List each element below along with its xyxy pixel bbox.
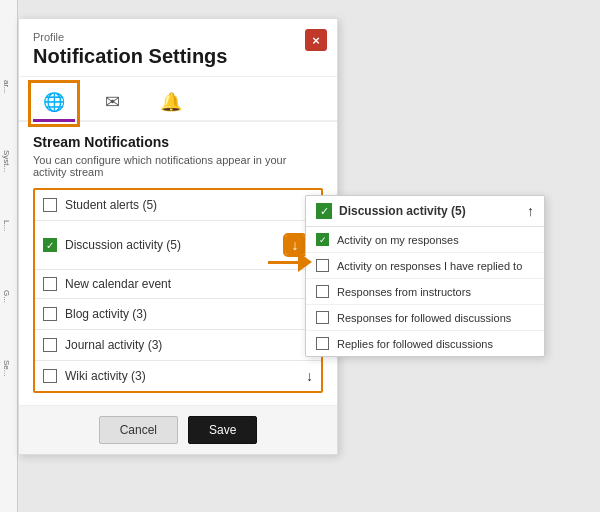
notif-item-student-alerts[interactable]: Student alerts (5) ↓: [35, 190, 321, 221]
collapse-icon[interactable]: ↑: [527, 203, 534, 219]
sub-label-responses-instructors: Responses from instructors: [337, 286, 471, 298]
sub-item-responses-instructors[interactable]: Responses from instructors: [306, 279, 544, 305]
arrow-connector: [268, 252, 312, 272]
notif-item-blog[interactable]: Blog activity (3) ↓: [35, 299, 321, 330]
tab-bar: 🌐 ✉ 🔔: [19, 77, 337, 122]
sub-checkbox-responses-instructors[interactable]: [316, 285, 329, 298]
notification-list: Student alerts (5) ↓ Discussion activity…: [33, 188, 323, 393]
sub-label-responses-followed: Responses for followed discussions: [337, 312, 511, 324]
notification-settings-modal: Profile Notification Settings × 🌐 ✉ 🔔 St…: [18, 18, 338, 455]
sub-item-responses-followed[interactable]: Responses for followed discussions: [306, 305, 544, 331]
notif-label-wiki: Wiki activity (3): [65, 369, 306, 383]
sub-label-activity-replied: Activity on responses I have replied to: [337, 260, 522, 272]
left-sidebar: ar... Syst... L... G... Se...: [0, 0, 18, 512]
sidebar-label-ar: ar...: [2, 80, 11, 93]
cancel-button[interactable]: Cancel: [99, 416, 178, 444]
notif-label-calendar: New calendar event: [65, 277, 313, 291]
modal-title: Notification Settings: [33, 45, 323, 68]
sub-panel-title: Discussion activity (5): [339, 204, 527, 218]
sub-label-activity-my-responses: Activity on my responses: [337, 234, 459, 246]
notif-label-student-alerts: Student alerts (5): [65, 198, 306, 212]
sub-label-replies-followed: Replies for followed discussions: [337, 338, 493, 350]
tab-globe[interactable]: 🌐: [33, 85, 75, 122]
globe-icon: 🌐: [43, 92, 65, 112]
sub-panel-main-checkbox[interactable]: [316, 203, 332, 219]
notif-label-journal: Journal activity (3): [65, 338, 306, 352]
notif-label-discussion-activity: Discussion activity (5): [65, 238, 273, 252]
modal-header: Profile Notification Settings ×: [19, 19, 337, 77]
notif-item-wiki[interactable]: Wiki activity (3) ↓: [35, 361, 321, 391]
sidebar-label-syst: Syst...: [2, 150, 11, 172]
modal-footer: Cancel Save: [19, 405, 337, 454]
notif-label-blog: Blog activity (3): [65, 307, 306, 321]
page-wrapper: ar... Syst... L... G... Se... Profile No…: [0, 0, 600, 512]
sub-checkbox-activity-replied[interactable]: [316, 259, 329, 272]
sub-panel-header: Discussion activity (5) ↑: [306, 196, 544, 227]
notif-checkbox-wiki[interactable]: [43, 369, 57, 383]
arrow-head: [298, 252, 312, 272]
sidebar-label-se: Se...: [2, 360, 11, 376]
save-button[interactable]: Save: [188, 416, 257, 444]
sub-checkbox-replies-followed[interactable]: [316, 337, 329, 350]
sub-checkbox-responses-followed[interactable]: [316, 311, 329, 324]
notif-checkbox-blog[interactable]: [43, 307, 57, 321]
stream-section-title: Stream Notifications: [33, 134, 323, 150]
bell-icon: 🔔: [160, 92, 182, 112]
tab-email[interactable]: ✉: [95, 85, 130, 122]
sub-item-replies-followed[interactable]: Replies for followed discussions: [306, 331, 544, 356]
notif-item-calendar[interactable]: New calendar event: [35, 270, 321, 299]
sub-item-activity-replied[interactable]: Activity on responses I have replied to: [306, 253, 544, 279]
notif-checkbox-student-alerts[interactable]: [43, 198, 57, 212]
stream-section-desc: You can configure which notifications ap…: [33, 154, 323, 178]
close-button[interactable]: ×: [305, 29, 327, 51]
notif-checkbox-calendar[interactable]: [43, 277, 57, 291]
sub-checkbox-activity-my-responses[interactable]: [316, 233, 329, 246]
notif-arrow-wiki[interactable]: ↓: [306, 368, 313, 384]
notif-item-journal[interactable]: Journal activity (3) ↓: [35, 330, 321, 361]
notif-checkbox-journal[interactable]: [43, 338, 57, 352]
sidebar-label-g: G...: [2, 290, 11, 303]
email-icon: ✉: [105, 92, 120, 112]
sub-item-activity-my-responses[interactable]: Activity on my responses: [306, 227, 544, 253]
tab-bell[interactable]: 🔔: [150, 85, 192, 122]
arrow-line: [268, 261, 298, 264]
notif-checkbox-discussion-activity[interactable]: [43, 238, 57, 252]
discussion-sub-panel: Discussion activity (5) ↑ Activity on my…: [305, 195, 545, 357]
sidebar-label-l: L...: [2, 220, 11, 231]
breadcrumb: Profile: [33, 31, 323, 43]
